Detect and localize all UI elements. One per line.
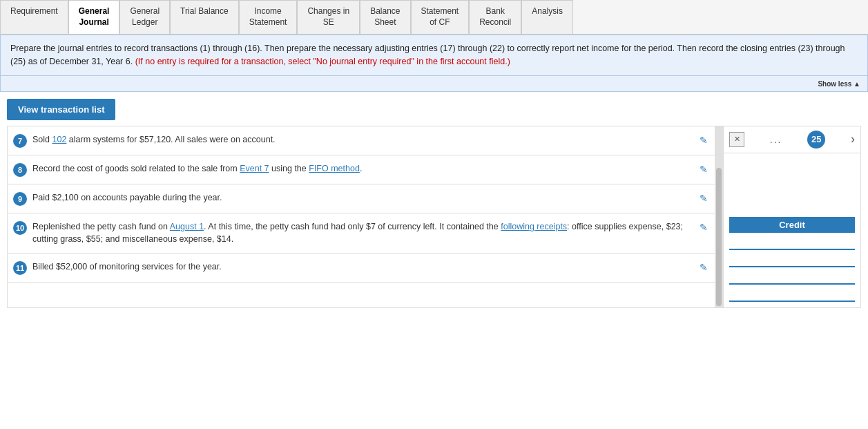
dots-menu[interactable]: ... xyxy=(770,134,782,145)
journal-blank-area xyxy=(729,159,855,214)
scrollbar-area[interactable] xyxy=(715,126,723,308)
scrollbar-track[interactable] xyxy=(716,168,722,306)
transaction-item-10: 10 Replenished the petty cash fund on Au… xyxy=(8,213,715,254)
edit-icon-11[interactable]: ✎ xyxy=(700,262,708,273)
next-arrow-button[interactable]: › xyxy=(851,132,855,146)
tab-balance-sheet[interactable]: BalanceSheet xyxy=(360,0,410,34)
info-red-text: (If no entry is required for a transacti… xyxy=(135,57,510,66)
edit-icon-9[interactable]: ✎ xyxy=(700,193,708,204)
info-box: Prepare the journal entries to record tr… xyxy=(0,35,868,76)
edit-icon-8[interactable]: ✎ xyxy=(700,164,708,175)
tab-income-statement[interactable]: IncomeStatement xyxy=(239,0,298,34)
transaction-item-11: 11 Billed $52,000 of monitoring services… xyxy=(8,254,715,283)
transaction-item-9: 9 Paid $2,100 on accounts payable during… xyxy=(8,184,715,213)
transaction-list: 7 Sold 102 alarm systems for $57,120. Al… xyxy=(7,126,715,308)
tab-bar: Requirement GeneralJournal GeneralLedger… xyxy=(0,0,868,35)
event-badge-10: 10 xyxy=(13,221,27,235)
transaction-text-8: Record the cost of goods sold related to… xyxy=(32,162,694,175)
transaction-text-11: Billed $52,000 of monitoring services fo… xyxy=(32,260,694,274)
journal-content: Credit xyxy=(724,153,860,307)
edit-icon-10[interactable]: ✎ xyxy=(700,222,708,233)
transaction-text-10: Replenished the petty cash fund on Augus… xyxy=(32,220,694,247)
transaction-text-7: Sold 102 alarm systems for $57,120. All … xyxy=(32,133,694,146)
transaction-item-7: 7 Sold 102 alarm systems for $57,120. Al… xyxy=(8,126,715,155)
main-content: 7 Sold 102 alarm systems for $57,120. Al… xyxy=(0,126,868,308)
edit-icon-7[interactable]: ✎ xyxy=(700,135,708,146)
tab-analysis[interactable]: Analysis xyxy=(521,0,573,34)
event-badge-8: 8 xyxy=(13,163,27,177)
credit-input-3[interactable] xyxy=(729,269,855,285)
entry-number-badge: 25 xyxy=(807,131,825,149)
tab-bank-reconcil[interactable]: BankReconcil xyxy=(469,0,521,34)
show-less-button[interactable]: Show less ▲ xyxy=(0,76,868,92)
tab-requirement[interactable]: Requirement xyxy=(0,0,68,34)
tab-changes-se[interactable]: Changes inSE xyxy=(297,0,360,34)
tab-general-journal[interactable]: GeneralJournal xyxy=(68,0,120,34)
transaction-text-9: Paid $2,100 on accounts payable during t… xyxy=(32,191,694,204)
event-badge-7: 7 xyxy=(13,134,27,148)
credit-input-1[interactable] xyxy=(729,235,855,250)
credit-section: Credit xyxy=(729,217,855,302)
credit-input-4[interactable] xyxy=(729,287,855,302)
journal-panel: ✕ ... 25 › Credit xyxy=(723,126,861,308)
close-button[interactable]: ✕ xyxy=(729,132,744,147)
tab-general-ledger[interactable]: GeneralLedger xyxy=(119,0,170,34)
event-badge-11: 11 xyxy=(13,261,27,275)
transaction-item-8: 8 Record the cost of goods sold related … xyxy=(8,155,715,184)
credit-header: Credit xyxy=(729,217,855,233)
tab-trial-balance[interactable]: Trial Balance xyxy=(170,0,239,34)
journal-panel-header: ✕ ... 25 › xyxy=(724,126,860,153)
view-transaction-list-button[interactable]: View transaction list xyxy=(7,99,115,120)
tab-statement-cf[interactable]: Statementof CF xyxy=(411,0,470,34)
credit-input-2[interactable] xyxy=(729,252,855,267)
event-badge-9: 9 xyxy=(13,192,27,206)
